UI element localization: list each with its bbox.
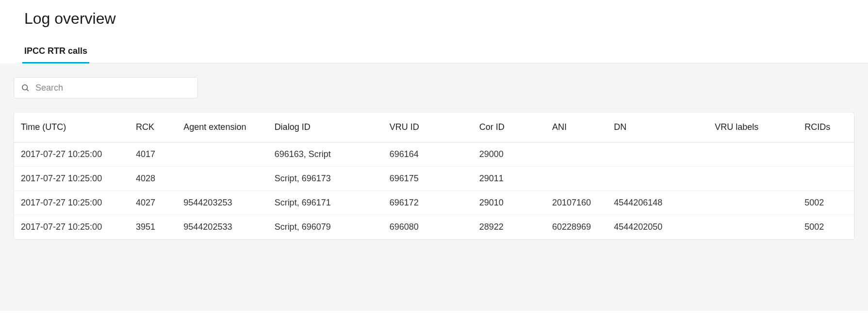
cell-rcids xyxy=(798,142,854,167)
col-rcids[interactable]: RCIDs xyxy=(798,112,854,142)
search-box[interactable] xyxy=(14,77,198,98)
cell-agent-ext: 9544203253 xyxy=(177,191,267,215)
tab-ipcc-rtr-calls[interactable]: IPCC RTR calls xyxy=(24,46,87,63)
cell-dialog-id: Script, 696173 xyxy=(268,167,383,191)
cell-vru-id: 696164 xyxy=(383,142,473,167)
cell-vru-labels xyxy=(708,191,798,215)
cell-rcids xyxy=(798,167,854,191)
header-area: Log overview IPCC RTR calls xyxy=(0,0,868,63)
col-ani[interactable]: ANI xyxy=(545,112,607,142)
cell-rcids: 5002 xyxy=(798,191,854,215)
col-cor-id[interactable]: Cor ID xyxy=(473,112,545,142)
cell-dn: 4544202050 xyxy=(607,215,708,239)
table-row[interactable]: 2017-07-27 10:25:00 4028 Script, 696173 … xyxy=(14,167,854,191)
col-vru-id[interactable]: VRU ID xyxy=(383,112,473,142)
cell-dialog-id: Script, 696171 xyxy=(268,191,383,215)
cell-dn: 4544206148 xyxy=(607,191,708,215)
cell-dialog-id: 696163, Script xyxy=(268,142,383,167)
table-row[interactable]: 2017-07-27 10:25:00 4017 696163, Script … xyxy=(14,142,854,167)
search-icon xyxy=(21,83,30,92)
cell-cor-id: 28922 xyxy=(473,215,545,239)
col-agent-ext[interactable]: Agent extension xyxy=(177,112,267,142)
content-area: Time (UTC) RCK Agent extension Dialog ID… xyxy=(0,63,868,311)
col-rck[interactable]: RCK xyxy=(129,112,177,142)
page-title: Log overview xyxy=(24,10,868,28)
cell-rck: 4027 xyxy=(129,191,177,215)
cell-time: 2017-07-27 10:25:00 xyxy=(14,167,129,191)
cell-vru-labels xyxy=(708,215,798,239)
table-header-row: Time (UTC) RCK Agent extension Dialog ID… xyxy=(14,112,854,142)
cell-dialog-id: Script, 696079 xyxy=(268,215,383,239)
table-row[interactable]: 2017-07-27 10:25:00 4027 9544203253 Scri… xyxy=(14,191,854,215)
table-body: 2017-07-27 10:25:00 4017 696163, Script … xyxy=(14,142,854,239)
cell-ani: 60228969 xyxy=(545,215,607,239)
cell-vru-labels xyxy=(708,142,798,167)
cell-vru-id: 696080 xyxy=(383,215,473,239)
cell-rcids: 5002 xyxy=(798,215,854,239)
cell-ani xyxy=(545,167,607,191)
log-table-card: Time (UTC) RCK Agent extension Dialog ID… xyxy=(14,112,854,240)
cell-cor-id: 29000 xyxy=(473,142,545,167)
cell-time: 2017-07-27 10:25:00 xyxy=(14,142,129,167)
tabs: IPCC RTR calls xyxy=(24,46,868,63)
page-root: Log overview IPCC RTR calls Ti xyxy=(0,0,868,311)
cell-cor-id: 29011 xyxy=(473,167,545,191)
col-dialog-id[interactable]: Dialog ID xyxy=(268,112,383,142)
col-dn[interactable]: DN xyxy=(607,112,708,142)
svg-line-1 xyxy=(27,89,28,91)
cell-dn xyxy=(607,167,708,191)
cell-ani xyxy=(545,142,607,167)
cell-dn xyxy=(607,142,708,167)
cell-vru-id: 696172 xyxy=(383,191,473,215)
cell-time: 2017-07-27 10:25:00 xyxy=(14,215,129,239)
cell-time: 2017-07-27 10:25:00 xyxy=(14,191,129,215)
cell-rck: 4017 xyxy=(129,142,177,167)
cell-ani: 20107160 xyxy=(545,191,607,215)
search-input[interactable] xyxy=(35,83,191,93)
cell-rck: 3951 xyxy=(129,215,177,239)
cell-agent-ext xyxy=(177,142,267,167)
svg-point-0 xyxy=(22,85,28,90)
table-row[interactable]: 2017-07-27 10:25:00 3951 9544202533 Scri… xyxy=(14,215,854,239)
cell-vru-labels xyxy=(708,167,798,191)
cell-agent-ext xyxy=(177,167,267,191)
col-time[interactable]: Time (UTC) xyxy=(14,112,129,142)
log-table: Time (UTC) RCK Agent extension Dialog ID… xyxy=(14,112,854,239)
cell-agent-ext: 9544202533 xyxy=(177,215,267,239)
cell-vru-id: 696175 xyxy=(383,167,473,191)
col-vru-labels[interactable]: VRU labels xyxy=(708,112,798,142)
cell-rck: 4028 xyxy=(129,167,177,191)
cell-cor-id: 29010 xyxy=(473,191,545,215)
